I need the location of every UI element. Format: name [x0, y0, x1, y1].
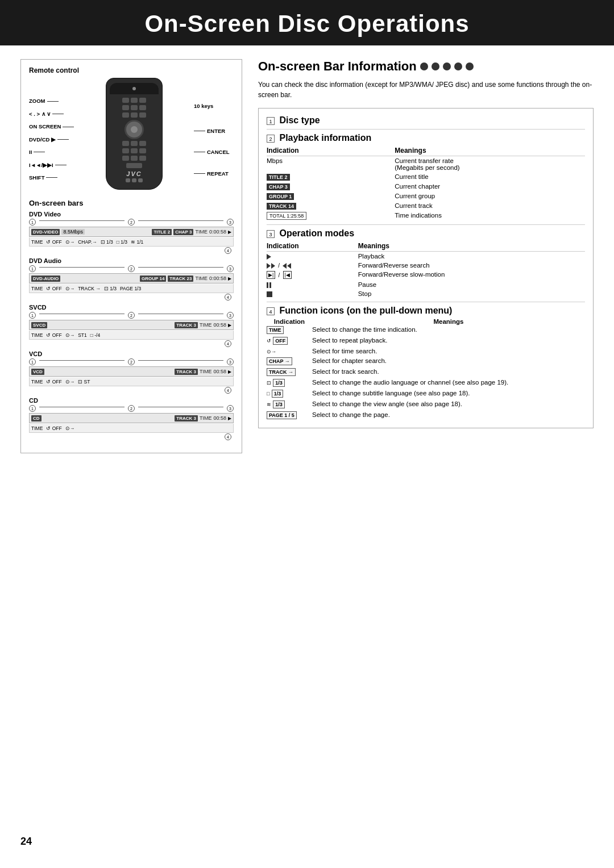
num-2: 2 — [128, 265, 135, 272]
svcd-num-row: 1 2 3 — [29, 312, 234, 319]
fn-time-meaning: Select to change the time indication. — [312, 325, 585, 336]
indication-title: TITLE 2 — [267, 172, 395, 182]
playback-info-heading: Playback information — [279, 133, 371, 143]
nav-center[interactable] — [131, 126, 138, 133]
remote-top-bar — [110, 83, 159, 94]
fn-audio: ⊡ 1/3 — [267, 378, 312, 389]
group-badge: GROUP 1 — [267, 193, 294, 200]
btn-row-mid — [110, 141, 159, 146]
vcd-label: VCD — [29, 350, 234, 357]
skip-label: I◄◄/▶▶I — [29, 162, 74, 168]
num-4: 4 — [225, 433, 231, 440]
btn[interactable] — [126, 178, 130, 182]
play-icon: ▶ — [228, 276, 231, 281]
col-indication: Indication — [267, 145, 395, 156]
operation-modes-heading: Operation modes — [279, 228, 354, 238]
remote-right-labels: 10 keys ENTER CANCEL REPEAT — [194, 78, 234, 190]
btn[interactable] — [122, 98, 129, 103]
num-3: 3 — [227, 219, 234, 226]
btn[interactable] — [131, 156, 138, 161]
btn[interactable] — [139, 156, 146, 161]
indication-fwd-rev: / — [267, 261, 358, 270]
group-badge: GROUP 14 — [140, 276, 166, 282]
table-row: PAGE 1 / 5 Select to change the page. — [267, 410, 585, 421]
meaning-pause: Pause — [358, 280, 585, 289]
col-meanings: Meanings — [395, 145, 585, 156]
tri — [271, 263, 275, 269]
time-label: TIME — [200, 415, 212, 421]
btn[interactable] — [122, 141, 129, 146]
title-badge: TITLE 2 — [152, 229, 172, 235]
dvd-video-bar: DVD-VIDEO 8.5Mbps TITLE 2 CHAP 3 TIME 0:… — [29, 227, 234, 237]
btn[interactable] — [132, 178, 136, 182]
time-label: TIME — [195, 229, 208, 235]
fn-chap-meaning: Select for chapter search. — [312, 356, 585, 367]
table-row: CHAP 3 Current chapter — [267, 182, 585, 191]
pause-icon — [267, 282, 271, 288]
disc-type-badge: DVD-AUDIO — [31, 276, 60, 282]
bracket — [138, 407, 223, 407]
btn[interactable] — [131, 148, 138, 153]
sub-time-s: ⊙→ — [65, 332, 75, 338]
fn-sub: □ 1/3 — [267, 389, 312, 399]
disc-type-badge: SVCD — [31, 322, 47, 328]
dot-1 — [420, 62, 428, 70]
meaning-stop: Stop — [358, 289, 585, 298]
operation-table-head: Indication Meanings — [267, 241, 585, 252]
btn[interactable] — [122, 148, 129, 153]
btn[interactable] — [139, 112, 146, 118]
bracket — [39, 314, 125, 314]
indication-pause — [267, 280, 358, 289]
page-header: On-Screen Disc Operations — [0, 0, 614, 45]
btn[interactable] — [139, 141, 146, 146]
btn[interactable] — [131, 141, 138, 146]
operation-table: Indication Meanings Playback — [267, 241, 585, 298]
rev-slow-icon: |◀ — [283, 271, 292, 279]
meaning-title: Current title — [395, 172, 585, 182]
track-badge: TRACK 3 — [175, 322, 198, 328]
btn[interactable] — [139, 148, 146, 153]
btn-wide[interactable] — [126, 163, 142, 168]
fn-off-meaning: Select to repeat playback. — [312, 336, 585, 347]
function-table: Indication Meanings TIME Select to chang… — [267, 318, 585, 421]
fn-time: TIME — [267, 325, 312, 336]
shift-label: SHIFT — [29, 175, 74, 181]
btn[interactable] — [122, 105, 129, 110]
btn[interactable] — [131, 112, 138, 118]
indication-mbps: Mbps — [267, 156, 395, 173]
nav-ring[interactable] — [125, 120, 144, 139]
fn-time-search: ⊙→ — [267, 347, 312, 356]
indication-chap: CHAP 3 — [267, 182, 395, 191]
btn[interactable] — [139, 105, 146, 110]
btn-row-1 — [110, 98, 159, 103]
playback-table-body: Mbps Current transfer rate(Megabits per … — [267, 156, 585, 222]
divider — [267, 129, 585, 130]
btn[interactable] — [131, 105, 138, 110]
table-row: TRACK 14 Current track — [267, 201, 585, 211]
svcd-num4-row: 4 — [29, 340, 234, 347]
btn[interactable] — [131, 98, 138, 103]
num-3: 3 — [227, 358, 234, 365]
cd-num-row: 1 2 3 — [29, 405, 234, 412]
fn-angle-meaning: Select to change the view angle (see als… — [312, 399, 585, 410]
track-badge: TRACK 3 — [175, 415, 198, 422]
btn[interactable] — [138, 178, 143, 182]
sub-angle: ≋ 1/1 — [131, 239, 143, 245]
remote-annotated: ZOOM < . > ∧ ∨ ON SCREEN DVD/CD ▶ II — [29, 78, 234, 190]
sub-time-s: ⊙→ — [65, 379, 75, 385]
play-icon: ▶ — [228, 369, 231, 374]
btn[interactable] — [139, 98, 146, 103]
dot-2 — [432, 62, 439, 70]
meaning-fwd-rev: Forward/Reverse search — [358, 261, 585, 270]
btn[interactable] — [122, 156, 129, 161]
col-meanings: Meanings — [358, 241, 585, 252]
bracket — [39, 407, 125, 407]
num-4: 4 — [225, 247, 231, 254]
btn[interactable] — [122, 112, 129, 118]
table-row: ≋ 1/3 Select to change the view angle (s… — [267, 399, 585, 410]
10keys-label: 10 keys — [194, 103, 234, 109]
cancel-label: CANCEL — [194, 149, 234, 155]
dvd-audio-bar: DVD-AUDIO GROUP 14 TRACK 23 TIME 0:00:58… — [29, 273, 234, 283]
info-box: 1 Disc type 2 Playback information Indic… — [258, 108, 594, 428]
vcd-num-row: 1 2 3 — [29, 358, 234, 365]
